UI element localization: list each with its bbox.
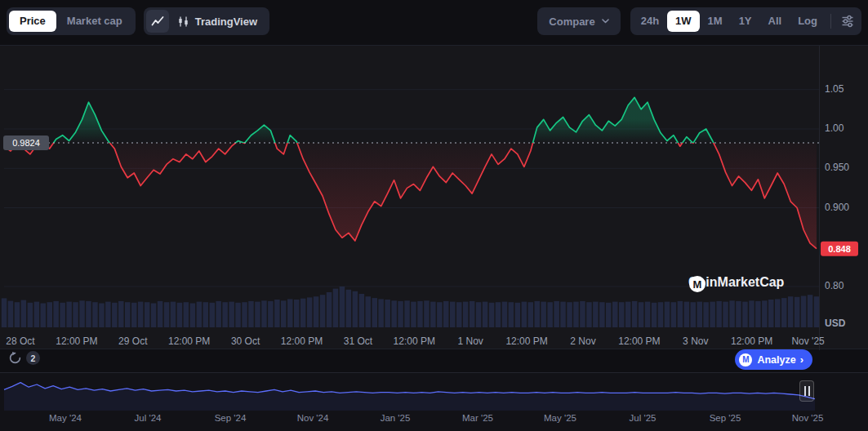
price-toggle-button[interactable]: Price <box>9 11 56 32</box>
analyze-label: Analyze <box>757 354 795 366</box>
minimap-axis-label: Sep '24 <box>215 413 247 423</box>
y-axis-label: 0.950 <box>825 162 849 173</box>
cmc-logo-icon: M <box>739 353 752 367</box>
cmc-watermark: M CoinMarketCap <box>688 275 784 290</box>
minimap-area <box>4 383 815 411</box>
cmc-logo-icon: M <box>688 275 706 293</box>
range-button-all[interactable]: All <box>760 11 790 32</box>
x-axis-label: 1 Nov <box>458 335 483 347</box>
y-axis-label: 1.05 <box>825 83 844 95</box>
market-cap-toggle-button[interactable]: Market cap <box>56 11 133 32</box>
minimap-axis-label: Sep '25 <box>710 413 741 423</box>
chevron-right-icon: › <box>800 353 803 366</box>
x-axis-label: 3 Nov <box>683 335 708 347</box>
x-axis-label: 12:00 PM <box>281 335 323 347</box>
baseline-price-label: 0.9824 <box>12 138 40 148</box>
range-button-24h[interactable]: 24h <box>633 11 667 32</box>
x-axis-label: 12:00 PM <box>56 335 97 347</box>
minimap-drag-handle[interactable] <box>799 380 814 402</box>
minimap-axis-label: Nov '25 <box>792 413 824 423</box>
minimap-axis-label: Jul '25 <box>630 413 657 423</box>
toolbar-divider <box>830 14 831 29</box>
y-axis-label: 1.00 <box>825 122 844 134</box>
minimap-panel: May '24Jul '24Sep '24Nov '24Jan '25Mar '… <box>0 372 868 431</box>
x-axis-label: 2 Nov <box>570 335 595 347</box>
chart-toolbar: Price Market cap TradingView Compare 24h… <box>7 7 861 35</box>
main-chart-svg[interactable]: 0.98240.848 <box>0 46 868 350</box>
analyze-button[interactable]: M Analyze › <box>735 349 812 370</box>
minimap-axis-label: May '25 <box>544 413 576 423</box>
minimap-axis-label: Jul '24 <box>135 413 162 423</box>
y-axis-label: 0.900 <box>825 202 849 213</box>
tradingview-label: TradingView <box>195 16 257 28</box>
x-axis-label: 12:00 PM <box>505 335 547 347</box>
minimap-axis-label: May '24 <box>49 413 82 423</box>
range-button-1y[interactable]: 1Y <box>731 11 760 32</box>
compare-button[interactable]: Compare <box>537 7 620 35</box>
y-axis-label: 0.80 <box>825 280 844 291</box>
svg-text:M: M <box>693 278 702 291</box>
history-icon <box>8 351 22 365</box>
range-group: 24h1W1M1YAllLog <box>630 7 861 35</box>
x-axis-label: 31 Oct <box>344 335 372 347</box>
x-axis-label: 29 Oct <box>118 335 147 347</box>
x-axis-label: 12:00 PM <box>168 335 210 347</box>
range-button-log[interactable]: Log <box>790 11 826 32</box>
chart-settings-button[interactable] <box>836 10 859 33</box>
history-count-badge: 2 <box>26 351 40 365</box>
chevron-down-icon <box>602 19 609 24</box>
minimap-axis-label: Mar '25 <box>462 413 493 423</box>
current-price-label: 0.848 <box>828 244 851 254</box>
line-chart-type-button[interactable] <box>146 10 169 33</box>
history-button[interactable]: 2 <box>8 351 40 365</box>
x-axis-label: 30 Oct <box>231 335 260 347</box>
price-chart-panel: 0.98240.848 M CoinMarketCap 1.051.000.95… <box>0 45 868 349</box>
candlestick-icon <box>177 16 189 28</box>
tradingview-toggle-button[interactable]: TradingView <box>169 10 267 33</box>
x-axis-label: 28 Oct <box>6 335 34 347</box>
sliders-icon <box>841 15 854 28</box>
range-button-1w[interactable]: 1W <box>667 11 700 32</box>
x-axis-label: 12:00 PM <box>618 335 660 347</box>
chart-type-group: TradingView <box>144 7 269 35</box>
line-chart-icon <box>151 15 164 28</box>
minimap-axis-label: Nov '24 <box>297 413 329 423</box>
minimap-axis-label: Jan '25 <box>381 413 411 423</box>
x-axis-label: 12:00 PM <box>394 335 435 347</box>
x-axis-label: Nov '25 <box>791 335 824 347</box>
y-axis-unit-label: USD <box>825 318 845 329</box>
compare-label: Compare <box>549 16 594 28</box>
minimap-chart-svg[interactable] <box>0 373 868 411</box>
x-axis-label: 12:00 PM <box>731 335 772 347</box>
price-area-below-baseline <box>4 97 817 248</box>
price-marketcap-toggle: Price Market cap <box>7 7 136 35</box>
range-button-1m[interactable]: 1M <box>700 11 731 32</box>
